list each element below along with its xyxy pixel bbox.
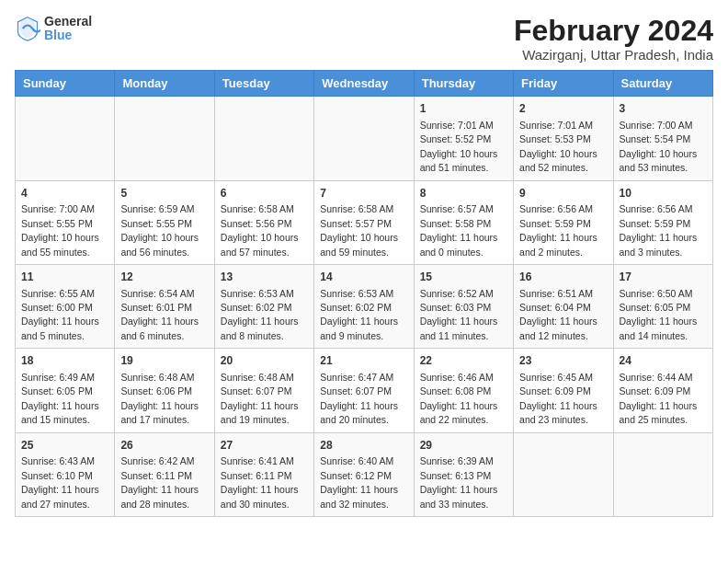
table-row: 27Sunrise: 6:41 AMSunset: 6:11 PMDayligh… bbox=[214, 432, 313, 516]
calendar-header-row: Sunday Monday Tuesday Wednesday Thursday… bbox=[16, 71, 713, 97]
table-row: 25Sunrise: 6:43 AMSunset: 6:10 PMDayligh… bbox=[16, 432, 115, 516]
day-info: Sunrise: 6:57 AMSunset: 5:58 PMDaylight:… bbox=[420, 203, 498, 257]
logo-text: General Blue bbox=[44, 15, 92, 43]
header-tuesday: Tuesday bbox=[214, 71, 313, 97]
table-row: 19Sunrise: 6:48 AMSunset: 6:06 PMDayligh… bbox=[115, 349, 214, 432]
day-info: Sunrise: 6:46 AMSunset: 6:08 PMDaylight:… bbox=[420, 372, 498, 425]
day-info: Sunrise: 6:56 AMSunset: 5:59 PMDaylight:… bbox=[519, 203, 597, 257]
day-number: 1 bbox=[420, 101, 507, 117]
header-thursday: Thursday bbox=[414, 71, 513, 97]
table-row: 12Sunrise: 6:54 AMSunset: 6:01 PMDayligh… bbox=[115, 264, 214, 348]
day-number: 7 bbox=[320, 186, 407, 201]
day-number: 20 bbox=[221, 353, 308, 369]
day-info: Sunrise: 6:53 AMSunset: 6:02 PMDaylight:… bbox=[221, 288, 299, 341]
day-number: 15 bbox=[420, 270, 507, 285]
calendar-week-row: 4Sunrise: 7:00 AMSunset: 5:55 PMDaylight… bbox=[16, 180, 713, 264]
day-info: Sunrise: 7:00 AMSunset: 5:54 PMDaylight:… bbox=[620, 120, 698, 173]
day-number: 8 bbox=[420, 186, 507, 201]
day-number: 24 bbox=[620, 353, 707, 369]
day-info: Sunrise: 6:50 AMSunset: 6:05 PMDaylight:… bbox=[620, 288, 698, 341]
day-number: 11 bbox=[21, 270, 108, 285]
day-number: 4 bbox=[21, 186, 108, 201]
table-row: 6Sunrise: 6:58 AMSunset: 5:56 PMDaylight… bbox=[214, 180, 313, 264]
day-info: Sunrise: 6:44 AMSunset: 6:09 PMDaylight:… bbox=[620, 372, 698, 425]
day-info: Sunrise: 6:41 AMSunset: 6:11 PMDaylight:… bbox=[221, 455, 299, 509]
table-row: 15Sunrise: 6:52 AMSunset: 6:03 PMDayligh… bbox=[414, 264, 513, 348]
day-number: 6 bbox=[221, 186, 308, 201]
table-row: 14Sunrise: 6:53 AMSunset: 6:02 PMDayligh… bbox=[314, 264, 414, 348]
header-saturday: Saturday bbox=[613, 71, 712, 97]
table-row: 8Sunrise: 6:57 AMSunset: 5:58 PMDaylight… bbox=[414, 180, 513, 264]
day-info: Sunrise: 6:51 AMSunset: 6:04 PMDaylight:… bbox=[519, 288, 597, 341]
calendar-table: Sunday Monday Tuesday Wednesday Thursday… bbox=[15, 70, 713, 517]
table-row: 3Sunrise: 7:00 AMSunset: 5:54 PMDaylight… bbox=[613, 97, 712, 180]
table-row: 1Sunrise: 7:01 AMSunset: 5:52 PMDaylight… bbox=[414, 97, 513, 180]
day-number: 21 bbox=[320, 353, 407, 369]
day-info: Sunrise: 6:58 AMSunset: 5:57 PMDaylight:… bbox=[320, 203, 398, 257]
table-row: 4Sunrise: 7:00 AMSunset: 5:55 PMDaylight… bbox=[16, 180, 115, 264]
location: Wazirganj, Uttar Pradesh, India bbox=[514, 47, 713, 63]
day-info: Sunrise: 6:53 AMSunset: 6:02 PMDaylight:… bbox=[320, 288, 398, 341]
day-number: 16 bbox=[519, 270, 607, 285]
day-number: 13 bbox=[221, 270, 308, 285]
table-row: 22Sunrise: 6:46 AMSunset: 6:08 PMDayligh… bbox=[414, 349, 513, 432]
day-info: Sunrise: 7:01 AMSunset: 5:52 PMDaylight:… bbox=[420, 120, 498, 173]
table-row: 17Sunrise: 6:50 AMSunset: 6:05 PMDayligh… bbox=[613, 264, 712, 348]
calendar-week-row: 18Sunrise: 6:49 AMSunset: 6:05 PMDayligh… bbox=[16, 349, 713, 432]
day-number: 5 bbox=[120, 186, 208, 201]
table-row: 7Sunrise: 6:58 AMSunset: 5:57 PMDaylight… bbox=[314, 180, 414, 264]
table-row: 11Sunrise: 6:55 AMSunset: 6:00 PMDayligh… bbox=[16, 264, 115, 348]
day-number: 9 bbox=[519, 186, 607, 201]
day-info: Sunrise: 6:43 AMSunset: 6:10 PMDaylight:… bbox=[21, 455, 99, 509]
table-row bbox=[613, 432, 712, 516]
header-sunday: Sunday bbox=[16, 71, 115, 97]
day-number: 14 bbox=[320, 270, 407, 285]
day-info: Sunrise: 6:59 AMSunset: 5:55 PMDaylight:… bbox=[120, 203, 199, 257]
day-info: Sunrise: 6:48 AMSunset: 6:07 PMDaylight:… bbox=[221, 372, 299, 425]
day-info: Sunrise: 6:40 AMSunset: 6:12 PMDaylight:… bbox=[320, 455, 398, 509]
table-row: 5Sunrise: 6:59 AMSunset: 5:55 PMDaylight… bbox=[115, 180, 214, 264]
table-row: 24Sunrise: 6:44 AMSunset: 6:09 PMDayligh… bbox=[613, 349, 712, 432]
day-number: 29 bbox=[420, 438, 507, 454]
table-row: 16Sunrise: 6:51 AMSunset: 6:04 PMDayligh… bbox=[514, 264, 613, 348]
day-number: 22 bbox=[420, 353, 507, 369]
table-row: 21Sunrise: 6:47 AMSunset: 6:07 PMDayligh… bbox=[314, 349, 414, 432]
table-row bbox=[514, 432, 613, 516]
day-number: 26 bbox=[120, 438, 208, 454]
table-row: 10Sunrise: 6:56 AMSunset: 5:59 PMDayligh… bbox=[613, 180, 712, 264]
day-info: Sunrise: 6:42 AMSunset: 6:11 PMDaylight:… bbox=[120, 455, 199, 509]
day-number: 19 bbox=[120, 353, 208, 369]
day-number: 25 bbox=[21, 438, 108, 454]
day-info: Sunrise: 6:54 AMSunset: 6:01 PMDaylight:… bbox=[120, 288, 199, 341]
day-info: Sunrise: 6:52 AMSunset: 6:03 PMDaylight:… bbox=[420, 288, 498, 341]
table-row bbox=[214, 97, 313, 180]
table-row: 2Sunrise: 7:01 AMSunset: 5:53 PMDaylight… bbox=[514, 97, 613, 180]
table-row: 13Sunrise: 6:53 AMSunset: 6:02 PMDayligh… bbox=[214, 264, 313, 348]
page-header: General Blue February 2024 Wazirganj, Ut… bbox=[15, 15, 713, 63]
day-info: Sunrise: 6:47 AMSunset: 6:07 PMDaylight:… bbox=[320, 372, 398, 425]
day-info: Sunrise: 7:01 AMSunset: 5:53 PMDaylight:… bbox=[519, 120, 597, 173]
logo-icon bbox=[15, 16, 40, 41]
table-row: 9Sunrise: 6:56 AMSunset: 5:59 PMDaylight… bbox=[514, 180, 613, 264]
day-number: 3 bbox=[620, 101, 707, 117]
day-number: 23 bbox=[519, 353, 607, 369]
month-title: February 2024 bbox=[514, 15, 713, 47]
day-info: Sunrise: 7:00 AMSunset: 5:55 PMDaylight:… bbox=[21, 203, 99, 257]
table-row: 29Sunrise: 6:39 AMSunset: 6:13 PMDayligh… bbox=[414, 432, 513, 516]
day-info: Sunrise: 6:56 AMSunset: 5:59 PMDaylight:… bbox=[620, 203, 698, 257]
day-info: Sunrise: 6:39 AMSunset: 6:13 PMDaylight:… bbox=[420, 455, 498, 509]
day-info: Sunrise: 6:49 AMSunset: 6:05 PMDaylight:… bbox=[21, 372, 99, 425]
day-info: Sunrise: 6:55 AMSunset: 6:00 PMDaylight:… bbox=[21, 288, 99, 341]
table-row bbox=[314, 97, 414, 180]
calendar-week-row: 11Sunrise: 6:55 AMSunset: 6:00 PMDayligh… bbox=[16, 264, 713, 348]
table-row bbox=[16, 97, 115, 180]
logo: General Blue bbox=[15, 15, 92, 43]
table-row: 26Sunrise: 6:42 AMSunset: 6:11 PMDayligh… bbox=[115, 432, 214, 516]
logo-line1: General bbox=[44, 15, 92, 29]
table-row: 23Sunrise: 6:45 AMSunset: 6:09 PMDayligh… bbox=[514, 349, 613, 432]
table-row: 20Sunrise: 6:48 AMSunset: 6:07 PMDayligh… bbox=[214, 349, 313, 432]
day-info: Sunrise: 6:45 AMSunset: 6:09 PMDaylight:… bbox=[519, 372, 597, 425]
header-monday: Monday bbox=[115, 71, 214, 97]
day-number: 18 bbox=[21, 353, 108, 369]
title-section: February 2024 Wazirganj, Uttar Pradesh, … bbox=[514, 15, 713, 63]
